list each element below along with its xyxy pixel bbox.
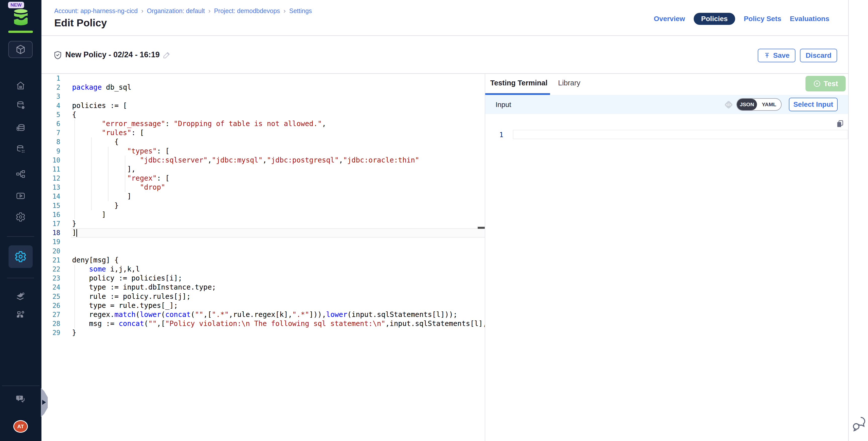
user-avatar[interactable]: AT: [13, 420, 28, 433]
sidebar: NEW: [0, 0, 41, 441]
select-input-button[interactable]: Select Input: [789, 98, 838, 111]
page-title: Edit Policy: [54, 17, 107, 29]
sidebar-item-module[interactable]: [8, 41, 33, 58]
sidebar-divider: [7, 236, 34, 237]
chevron-right-icon: ›: [141, 7, 144, 15]
sidebar-item-project-settings-active[interactable]: [8, 245, 33, 268]
sidebar-item-home[interactable]: [16, 81, 26, 91]
input-header-row: Input </> JSON YAML Select Input: [485, 95, 848, 114]
org-structure-icon: [16, 309, 26, 319]
dashboards-layers-icon: [16, 291, 26, 302]
svg-text:?: ?: [19, 396, 21, 400]
edit-pencil-icon[interactable]: [163, 51, 171, 59]
top-nav-tabs: Overview Policies Policy Sets Evaluation…: [654, 13, 829, 25]
breadcrumb-settings[interactable]: Settings: [289, 7, 312, 14]
testing-panel: Testing Terminal Library Test Input </> …: [485, 74, 848, 441]
chevron-right-icon: ›: [284, 7, 286, 15]
code-diamond-icon[interactable]: </>: [723, 99, 734, 111]
settings-gear-icon: [16, 212, 26, 222]
sidebar-item-pipeline-run[interactable]: [16, 191, 26, 201]
sidebar-divider: [2, 385, 40, 386]
tab-testing-terminal[interactable]: Testing Terminal: [490, 79, 548, 87]
input-current-line[interactable]: [513, 130, 848, 139]
upload-arrow-icon: [764, 52, 771, 59]
pipeline-run-icon: [16, 191, 26, 201]
sidebar-divider: [7, 278, 34, 278]
format-json-selected[interactable]: JSON: [737, 99, 757, 110]
sidebar-item-hierarchy[interactable]: [16, 169, 26, 179]
indent-guide: [108, 147, 108, 201]
sidebar-item-org-structure[interactable]: [16, 309, 26, 319]
panel-right-edge: [848, 0, 849, 441]
format-toggle[interactable]: JSON YAML: [736, 98, 782, 111]
sidebar-item-coins[interactable]: [16, 123, 26, 133]
tab-policy-sets[interactable]: Policy Sets: [744, 15, 781, 23]
policy-code-editor[interactable]: 1234567891011121314151617181920212223242…: [41, 74, 485, 441]
hierarchy-icon: [16, 169, 26, 179]
sidebar-item-settings[interactable]: [16, 212, 26, 222]
sidebar-item-dashboards[interactable]: [16, 291, 26, 302]
test-button[interactable]: Test: [805, 76, 846, 91]
database-settings-icon: [16, 100, 26, 111]
breadcrumb-account[interactable]: Account: app-harness-ng-cicd: [54, 7, 137, 14]
help-chat-icon: ?: [16, 393, 26, 404]
indent-guide: [91, 137, 92, 210]
indent-guide: [74, 265, 75, 328]
db-devops-logo-icon[interactable]: [11, 7, 31, 27]
chevron-right-icon: ›: [209, 7, 211, 15]
save-button[interactable]: Save: [758, 49, 796, 62]
policy-name: New Policy - 02/24 - 16:19: [65, 50, 160, 59]
overview-ruler-cursor-mark: [478, 227, 485, 229]
svg-text:</>: </>: [726, 103, 731, 107]
tab-evaluations[interactable]: Evaluations: [790, 15, 829, 23]
breadcrumb-project[interactable]: Project: demodbdevops: [214, 7, 280, 14]
format-yaml[interactable]: YAML: [757, 101, 781, 107]
code-gutter: 1234567891011121314151617181920212223242…: [41, 74, 72, 337]
indent-guide: [125, 156, 125, 192]
tab-policies-active[interactable]: Policies: [694, 13, 735, 25]
policy-shield-check-icon: [53, 51, 62, 60]
indent-guide: [74, 119, 75, 219]
breadcrumb: Account: app-harness-ng-cicd › Organizat…: [54, 7, 312, 15]
sidebar-item-help[interactable]: ?: [16, 394, 26, 404]
sidebar-item-database-settings[interactable]: [16, 100, 26, 111]
chat-widget-icon[interactable]: [852, 416, 866, 432]
active-tab-underline: [485, 93, 550, 95]
sidebar-item-database-query[interactable]: [16, 145, 26, 154]
module-cube-icon: [15, 44, 26, 55]
input-line-number: 1: [492, 131, 503, 138]
code-lines[interactable]: package db_sqlpolicies := [{ "error_mess…: [72, 74, 485, 337]
coins-stack-icon: [16, 123, 26, 133]
tab-overview[interactable]: Overview: [654, 15, 685, 23]
input-label: Input: [496, 101, 511, 109]
breadcrumb-organization[interactable]: Organization: default: [147, 7, 205, 14]
home-icon: [16, 81, 26, 91]
policy-toolbar: New Policy - 02/24 - 16:19 Save Discard: [41, 36, 848, 74]
database-query-icon: [16, 145, 26, 154]
tab-library[interactable]: Library: [558, 79, 581, 87]
discard-button[interactable]: Discard: [800, 49, 837, 62]
project-settings-gear-icon: [14, 251, 27, 263]
play-circle-icon: [813, 80, 821, 88]
page-header: Account: app-harness-ng-cicd › Organizat…: [41, 0, 848, 36]
logo-underline: [8, 31, 33, 33]
copy-icon[interactable]: [836, 120, 844, 128]
new-badge: NEW: [8, 2, 24, 8]
text-cursor: [76, 229, 77, 237]
